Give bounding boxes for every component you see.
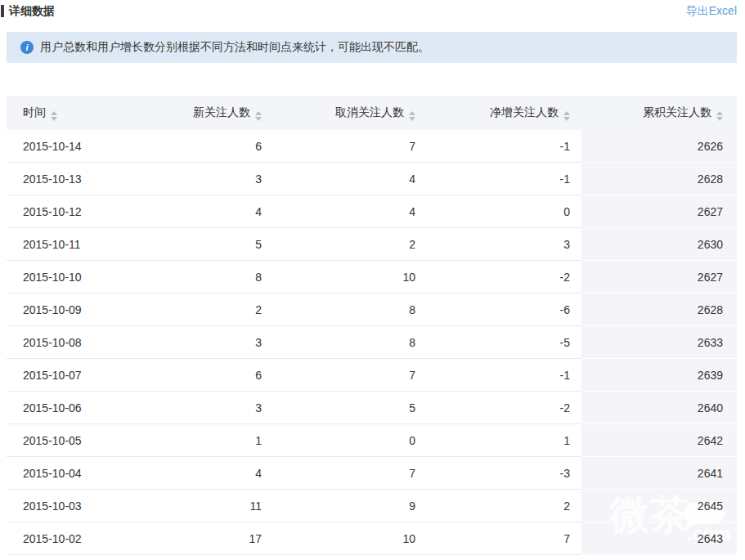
value-cell: 2645: [581, 490, 737, 522]
table-row: 2015-10-115232630: [7, 228, 737, 261]
column-header-label: 累积关注人数: [643, 105, 711, 119]
date-cell: 2015-10-08: [7, 326, 182, 359]
value-cell: 8: [182, 261, 273, 293]
table-row: 2015-10-0838-52633: [7, 326, 737, 359]
table-row: 2015-10-10810-22627: [7, 261, 737, 293]
table-header-row: 时间新关注人数取消关注人数净增关注人数累积关注人数: [7, 96, 737, 130]
value-cell: -6: [427, 293, 581, 326]
value-cell: 0: [273, 424, 427, 457]
value-cell: 8: [273, 293, 427, 326]
date-cell: 2015-10-14: [7, 130, 182, 163]
value-cell: -1: [427, 359, 581, 392]
column-header-label: 净增关注人数: [490, 105, 559, 119]
date-cell: 2015-10-13: [7, 163, 182, 195]
value-cell: 4: [273, 195, 427, 228]
table-row: 2015-10-1467-12626: [7, 130, 737, 163]
page-title: 详细数据: [9, 3, 55, 18]
date-cell: 2015-10-06: [7, 392, 182, 424]
column-header-new-follow[interactable]: 新关注人数: [182, 96, 273, 130]
value-cell: 1: [182, 424, 273, 457]
value-cell: 2642: [581, 424, 737, 457]
table-row: 2015-10-051012642: [7, 424, 737, 457]
data-table: 时间新关注人数取消关注人数净增关注人数累积关注人数 2015-10-1467-1…: [7, 96, 737, 555]
value-cell: 4: [273, 163, 427, 195]
value-cell: -1: [427, 163, 581, 195]
info-banner: i 用户总数和用户增长数分别根据不同方法和时间点来统计，可能出现不匹配。: [7, 32, 737, 63]
value-cell: 2639: [581, 359, 737, 392]
info-icon: i: [20, 41, 34, 54]
value-cell: 7: [273, 130, 427, 163]
sort-icon: [409, 111, 415, 121]
date-cell: 2015-10-02: [7, 522, 182, 555]
value-cell: 0: [427, 195, 581, 228]
column-header-time[interactable]: 时间: [7, 96, 182, 130]
title-wrap: 详细数据: [1, 3, 55, 18]
value-cell: 10: [273, 522, 427, 555]
date-cell: 2015-10-09: [7, 293, 182, 326]
value-cell: 10: [273, 261, 427, 293]
value-cell: -5: [427, 326, 581, 359]
date-cell: 2015-10-10: [7, 261, 182, 293]
value-cell: 5: [273, 392, 427, 424]
sort-icon: [255, 111, 262, 121]
sort-icon: [716, 111, 723, 121]
page: 详细数据 导出Excel i 用户总数和用户增长数分别根据不同方法和时间点来统计…: [0, 0, 745, 555]
value-cell: 2630: [581, 228, 737, 261]
value-cell: 2: [273, 228, 427, 261]
column-header-label: 时间: [23, 105, 46, 119]
column-header-net-increase[interactable]: 净增关注人数: [427, 96, 581, 130]
table-row: 2015-10-02171072643: [7, 522, 737, 555]
value-cell: 3: [427, 228, 581, 261]
info-banner-text: 用户总数和用户增长数分别根据不同方法和时间点来统计，可能出现不匹配。: [40, 40, 429, 55]
value-cell: 2641: [581, 457, 737, 490]
table-body: 2015-10-1467-126262015-10-1334-126282015…: [7, 130, 737, 555]
column-header-label: 新关注人数: [193, 105, 250, 119]
value-cell: -2: [427, 392, 581, 424]
value-cell: 6: [182, 130, 273, 163]
table-row: 2015-10-124402627: [7, 195, 737, 228]
date-cell: 2015-10-03: [7, 490, 182, 522]
value-cell: 8: [273, 326, 427, 359]
date-cell: 2015-10-04: [7, 457, 182, 490]
value-cell: -1: [427, 130, 581, 163]
section-header: 详细数据 导出Excel: [1, 3, 737, 18]
table-row: 2015-10-0635-22640: [7, 392, 737, 424]
value-cell: 2626: [581, 130, 737, 163]
date-cell: 2015-10-12: [7, 195, 182, 228]
value-cell: 2628: [581, 293, 737, 326]
value-cell: 4: [182, 195, 273, 228]
value-cell: 1: [427, 424, 581, 457]
value-cell: 9: [273, 490, 427, 522]
value-cell: 2627: [581, 195, 737, 228]
value-cell: 5: [182, 228, 273, 261]
table-row: 2015-10-0767-12639: [7, 359, 737, 392]
value-cell: 7: [427, 522, 581, 555]
value-cell: 11: [182, 490, 273, 522]
table-row: 2015-10-0447-32641: [7, 457, 737, 490]
value-cell: 3: [182, 392, 273, 424]
table-row: 2015-10-1334-12628: [7, 163, 737, 195]
value-cell: 3: [182, 326, 273, 359]
sort-icon: [563, 111, 570, 121]
value-cell: -2: [427, 261, 581, 293]
value-cell: 17: [182, 522, 273, 555]
date-cell: 2015-10-07: [7, 359, 182, 392]
value-cell: 6: [182, 359, 273, 392]
value-cell: -3: [427, 457, 581, 490]
value-cell: 2: [427, 490, 581, 522]
value-cell: 2643: [581, 522, 737, 555]
column-header-unfollow[interactable]: 取消关注人数: [273, 96, 427, 130]
column-header-cumulative[interactable]: 累积关注人数: [581, 96, 737, 130]
value-cell: 2640: [581, 392, 737, 424]
value-cell: 2627: [581, 261, 737, 293]
table-row: 2015-10-0928-62628: [7, 293, 737, 326]
value-cell: 7: [273, 359, 427, 392]
value-cell: 7: [273, 457, 427, 490]
value-cell: 2628: [581, 163, 737, 195]
value-cell: 2: [182, 293, 273, 326]
value-cell: 2633: [581, 326, 737, 359]
date-cell: 2015-10-05: [7, 424, 182, 457]
value-cell: 4: [182, 457, 273, 490]
date-cell: 2015-10-11: [7, 228, 182, 261]
export-excel-link[interactable]: 导出Excel: [686, 3, 737, 18]
